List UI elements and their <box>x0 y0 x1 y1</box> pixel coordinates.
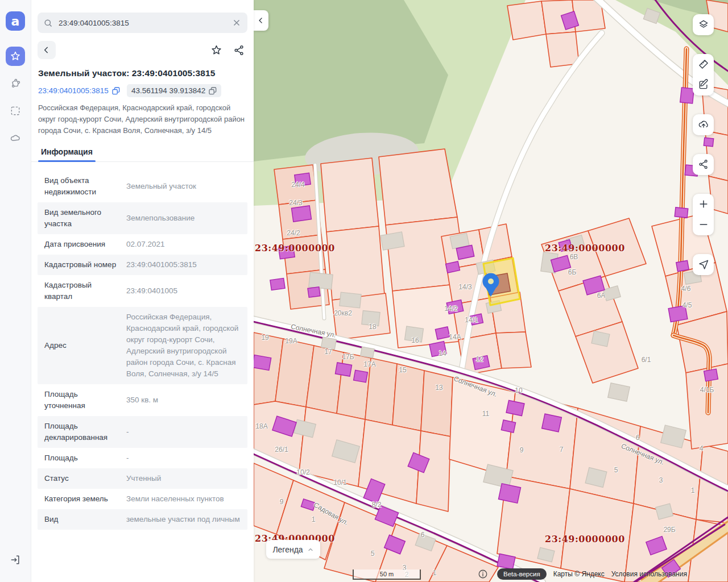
favorites-button[interactable] <box>6 47 25 66</box>
info-row-label: Вид объекта недвижимости <box>44 175 118 198</box>
info-row-value: Земли населенных пунктов <box>126 493 241 505</box>
info-row-value: 02.07.2021 <box>126 239 241 250</box>
map-attribution: Beta-версия Карты © Яндекс Условия испол… <box>478 568 687 580</box>
cloud-upload-button[interactable] <box>693 114 714 135</box>
share-icon <box>698 159 709 170</box>
login-button[interactable] <box>6 550 25 569</box>
info-row: Площадь декларированная- <box>38 416 247 448</box>
share-icon <box>233 44 245 56</box>
nspd-app: a <box>0 0 728 582</box>
info-row-label: Категория земель <box>44 493 118 505</box>
locate-control <box>693 254 714 275</box>
layers-button[interactable] <box>693 14 714 35</box>
share-object-button[interactable] <box>230 41 247 59</box>
zoom-control <box>693 194 714 235</box>
app-logo[interactable]: a <box>6 11 25 31</box>
search-icon <box>43 18 53 28</box>
object-chips: 23:49:0401005:3815 43.561194 39.913842 <box>38 84 247 97</box>
star-icon <box>210 44 222 56</box>
polygon-tool-button[interactable] <box>6 74 25 93</box>
info-row-label: Площадь декларированная <box>44 421 118 443</box>
ruler-icon <box>698 59 709 70</box>
info-row-label: Кадастровый номер <box>44 259 118 271</box>
info-row: Площадь уточненная350 кв. м <box>38 384 247 416</box>
info-row: Кадастровый квартал23:49:0401005 <box>38 275 247 307</box>
info-row-label: Статус <box>44 473 118 484</box>
draw-button[interactable] <box>693 74 714 95</box>
edit-icon <box>698 79 709 90</box>
map-canvas[interactable] <box>254 0 728 582</box>
measure-button[interactable] <box>693 54 714 74</box>
zoom-out-button[interactable] <box>693 214 714 235</box>
legend-label: Легенда <box>272 545 303 554</box>
info-icon[interactable] <box>478 569 488 579</box>
info-row-label: Дата присвоения <box>44 239 118 250</box>
info-row-value: Земельный участок <box>126 181 241 192</box>
copy-number-icon[interactable] <box>112 87 120 95</box>
yandex-maps-link[interactable]: Карты © Яндекс <box>553 570 605 578</box>
panel-toolbar <box>38 41 247 59</box>
map-area[interactable]: 24/424/324/220кв218161919А1717Б17А151314… <box>254 0 728 582</box>
cloud-layers-button[interactable] <box>6 128 25 148</box>
cadastral-number-link[interactable]: 23:49:0401005:3815 <box>38 86 109 95</box>
clear-search-icon[interactable] <box>231 18 242 28</box>
info-row-value: Учтенный <box>126 473 241 484</box>
object-panel: Земельный участок: 23:49:0401005:3815 23… <box>31 0 254 582</box>
favorite-object-button[interactable] <box>208 41 225 59</box>
legend-button[interactable]: Легенда <box>266 540 320 559</box>
info-row: Дата присвоения02.07.2021 <box>38 234 247 255</box>
info-row: Кадастровый номер23:49:0401005:3815 <box>38 255 247 275</box>
info-row: Площадь- <box>38 448 247 468</box>
info-row: Вид объекта недвижимостиЗемельный участо… <box>38 171 247 202</box>
info-table: Вид объекта недвижимостиЗемельный участо… <box>31 171 254 530</box>
info-row-label: Вид <box>44 514 118 525</box>
info-row-label: Адрес <box>44 340 118 351</box>
search-input[interactable] <box>59 19 231 27</box>
search-bar[interactable] <box>38 13 247 33</box>
info-row-label: Вид земельного участка <box>44 207 118 230</box>
cloud-upload-icon <box>698 119 709 130</box>
page-title: Земельный участок: 23:49:0401005:3815 <box>38 68 247 78</box>
coordinates-chip[interactable]: 43.561194 39.913842 <box>127 84 221 97</box>
plus-icon <box>698 198 709 210</box>
info-row-value: Российская Федерация, Краснодарский край… <box>126 311 241 380</box>
info-row-value: - <box>126 452 241 464</box>
layers-icon <box>698 19 709 30</box>
chevron-up-icon <box>307 546 314 553</box>
layers-control <box>693 14 714 35</box>
beta-badge: Beta-версия <box>497 568 547 580</box>
star-icon <box>10 51 21 62</box>
terms-of-use-link[interactable]: Условия использования <box>611 570 687 578</box>
info-row-label: Площадь <box>44 452 118 464</box>
share-map-control <box>693 154 714 175</box>
left-rail: a <box>0 0 31 582</box>
info-row-value: земельные участки под личным <box>126 514 241 525</box>
select-area-button[interactable] <box>6 101 25 120</box>
info-row: АдресРоссийская Федерация, Краснодарский… <box>38 307 247 384</box>
back-button[interactable] <box>38 41 56 59</box>
login-icon <box>10 554 21 566</box>
copy-coordinates-icon[interactable] <box>209 87 217 95</box>
panel-tabs: Информация <box>31 147 254 162</box>
info-row-value: 350 кв. м <box>126 394 241 406</box>
info-row: Видземельные участки под личным <box>38 509 247 530</box>
measure-edit-control <box>693 54 714 95</box>
zoom-in-button[interactable] <box>693 194 714 214</box>
collapse-panel-button[interactable] <box>254 10 268 31</box>
tab-information[interactable]: Информация <box>38 147 96 161</box>
locate-button[interactable] <box>693 254 714 275</box>
minus-icon <box>698 219 709 230</box>
cloud-icon <box>10 132 21 144</box>
info-row: СтатусУчтенный <box>38 468 247 489</box>
info-row-label: Площадь уточненная <box>44 389 118 411</box>
info-row-label: Кадастровый квартал <box>44 280 118 302</box>
navigation-arrow-icon <box>698 259 709 270</box>
info-row-value: Землепользование <box>126 213 241 224</box>
info-row-value: 23:49:0401005 <box>126 285 241 297</box>
upload-control <box>693 114 714 135</box>
info-row-value: - <box>126 426 241 438</box>
scale-bar: 50 m <box>353 569 421 580</box>
info-row: Категория земельЗемли населенных пунктов <box>38 489 247 509</box>
share-map-button[interactable] <box>693 154 714 174</box>
dashed-square-icon <box>10 105 21 117</box>
